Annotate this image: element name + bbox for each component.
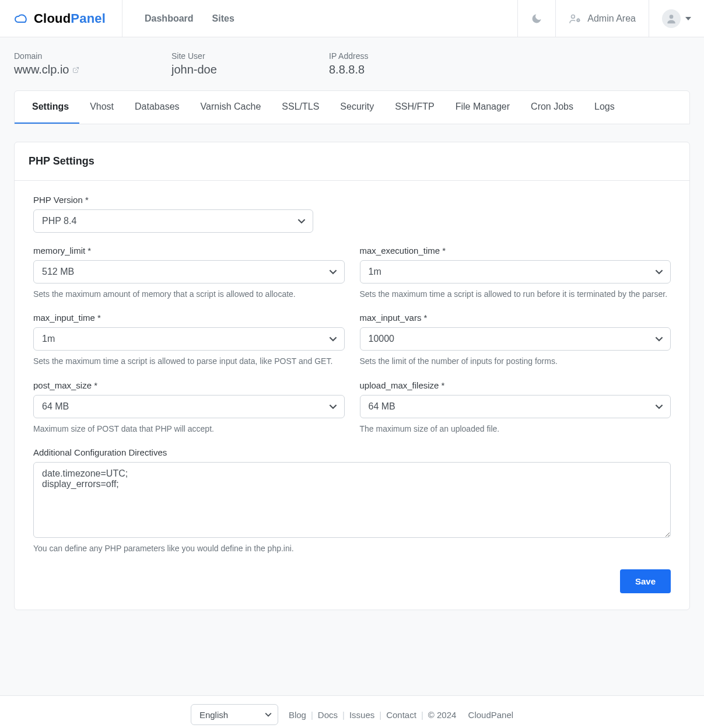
memory-limit-label: memory_limit * xyxy=(33,246,345,256)
info-ip-value: 8.8.8.8 xyxy=(329,63,434,76)
admin-area-link[interactable]: Admin Area xyxy=(555,0,649,37)
info-domain-label: Domain xyxy=(14,51,119,61)
footer-link-contact[interactable]: Contact xyxy=(386,710,416,720)
php-version-label: PHP Version * xyxy=(33,195,313,205)
info-user-label: Site User xyxy=(171,51,276,61)
info-ip-label: IP Address xyxy=(329,51,434,61)
svg-point-2 xyxy=(670,15,674,19)
additional-directives-help: You can define any PHP parameters like y… xyxy=(33,542,671,554)
save-button[interactable]: Save xyxy=(620,569,671,593)
php-settings-card: PHP Settings PHP Version * PHP 8.4 memor… xyxy=(14,142,690,610)
max-input-vars-help: Sets the limit of the number of inputs f… xyxy=(360,355,671,367)
upload-max-filesize-label: upload_max_filesize * xyxy=(360,380,671,390)
info-ip: IP Address 8.8.8.8 xyxy=(329,51,434,76)
max-execution-time-label: max_execution_time * xyxy=(360,246,671,256)
chevron-down-icon xyxy=(685,16,691,22)
site-info: Domain www.clp.io Site User john-doe IP … xyxy=(0,37,704,90)
logo-text-1: Cloud xyxy=(34,11,71,26)
max-execution-time-value: 1m xyxy=(369,267,381,277)
nav-sites[interactable]: Sites xyxy=(206,9,240,29)
tab-logs[interactable]: Logs xyxy=(584,91,625,124)
logo-text-2: Panel xyxy=(71,11,106,26)
memory-limit-select[interactable]: 512 MB xyxy=(33,260,345,284)
php-version-select[interactable]: PHP 8.4 xyxy=(33,209,313,233)
footer-link-issues[interactable]: Issues xyxy=(349,710,374,720)
chevron-down-icon xyxy=(655,402,663,411)
admin-area-label: Admin Area xyxy=(587,13,636,24)
footer: English Blog | Docs | Issues | Contact |… xyxy=(0,695,704,728)
max-input-time-label: max_input_time * xyxy=(33,313,345,323)
max-execution-time-select[interactable]: 1m xyxy=(360,260,671,284)
info-domain: Domain www.clp.io xyxy=(14,51,119,76)
svg-point-0 xyxy=(572,15,575,18)
topbar-right: Admin Area xyxy=(517,0,704,37)
upload-max-filesize-select[interactable]: 64 MB xyxy=(360,395,671,418)
chevron-down-icon xyxy=(329,268,337,276)
form-actions: Save xyxy=(33,569,671,593)
upload-max-filesize-help: The maximum size of an uploaded file. xyxy=(360,423,671,435)
max-input-vars-label: max_input_vars * xyxy=(360,313,671,323)
tabs: Settings Vhost Databases Varnish Cache S… xyxy=(15,91,689,124)
user-menu[interactable] xyxy=(649,0,704,37)
separator: | xyxy=(421,710,423,720)
max-input-time-help: Sets the maximum time a script is allowe… xyxy=(33,355,345,367)
max-execution-time-help: Sets the maximum time a script is allowe… xyxy=(360,288,671,300)
external-link-icon xyxy=(72,67,79,75)
nav-dashboard[interactable]: Dashboard xyxy=(139,9,199,29)
post-max-size-label: post_max_size * xyxy=(33,380,345,390)
footer-links: Blog | Docs | Issues | Contact | © 2024 … xyxy=(289,710,513,720)
upload-max-filesize-value: 64 MB xyxy=(369,401,395,412)
language-select[interactable]: English xyxy=(191,704,278,725)
max-input-time-select[interactable]: 1m xyxy=(33,327,345,351)
max-input-vars-value: 10000 xyxy=(369,334,395,344)
topbar: CloudPanel Dashboard Sites Admin Area xyxy=(0,0,704,37)
tabs-card: Settings Vhost Databases Varnish Cache S… xyxy=(14,90,690,124)
card-title: PHP Settings xyxy=(29,155,675,167)
info-user-value: john-doe xyxy=(171,63,276,76)
card-body: PHP Version * PHP 8.4 memory_limit * 512… xyxy=(15,181,689,610)
post-max-size-select[interactable]: 64 MB xyxy=(33,395,345,418)
page: Domain www.clp.io Site User john-doe IP … xyxy=(0,37,704,695)
tab-ssh[interactable]: SSH/FTP xyxy=(384,91,445,124)
chevron-down-icon xyxy=(655,268,663,276)
tab-file-manager[interactable]: File Manager xyxy=(445,91,520,124)
logo[interactable]: CloudPanel xyxy=(0,0,122,37)
separator: | xyxy=(342,710,345,720)
additional-directives-label: Additional Configuration Directives xyxy=(33,447,671,457)
max-input-vars-select[interactable]: 10000 xyxy=(360,327,671,351)
tab-settings[interactable]: Settings xyxy=(15,91,79,124)
svg-line-3 xyxy=(75,68,79,71)
theme-toggle[interactable] xyxy=(517,0,555,37)
max-input-time-value: 1m xyxy=(42,334,55,344)
tab-databases[interactable]: Databases xyxy=(124,91,190,124)
moon-icon xyxy=(531,13,542,24)
footer-link-blog[interactable]: Blog xyxy=(289,710,306,720)
php-version-value: PHP 8.4 xyxy=(42,216,76,226)
chevron-down-icon xyxy=(297,217,306,225)
language-value: English xyxy=(199,710,228,720)
memory-limit-help: Sets the maximum amount of memory that a… xyxy=(33,288,345,300)
tab-varnish[interactable]: Varnish Cache xyxy=(190,91,272,124)
chevron-down-icon xyxy=(655,335,663,343)
post-max-size-help: Maximum size of POST data that PHP will … xyxy=(33,423,345,435)
info-user: Site User john-doe xyxy=(171,51,276,76)
footer-copyright: © 2024 xyxy=(428,710,457,720)
chevron-down-icon xyxy=(329,402,337,411)
separator: | xyxy=(311,710,313,720)
footer-link-docs[interactable]: Docs xyxy=(318,710,338,720)
additional-directives-textarea[interactable] xyxy=(33,462,671,538)
tab-vhost[interactable]: Vhost xyxy=(79,91,124,124)
domain-link[interactable]: www.clp.io xyxy=(14,63,79,76)
tab-ssl[interactable]: SSL/TLS xyxy=(271,91,330,124)
avatar xyxy=(662,9,681,28)
tab-security[interactable]: Security xyxy=(330,91,384,124)
cloud-icon xyxy=(14,12,29,25)
primary-nav: Dashboard Sites xyxy=(122,0,517,37)
chevron-down-icon xyxy=(265,711,272,718)
footer-brand-link[interactable]: CloudPanel xyxy=(468,710,514,720)
tab-cron[interactable]: Cron Jobs xyxy=(520,91,584,124)
memory-limit-value: 512 MB xyxy=(42,267,74,277)
card-header: PHP Settings xyxy=(15,142,689,181)
separator: | xyxy=(379,710,381,720)
chevron-down-icon xyxy=(329,335,337,343)
